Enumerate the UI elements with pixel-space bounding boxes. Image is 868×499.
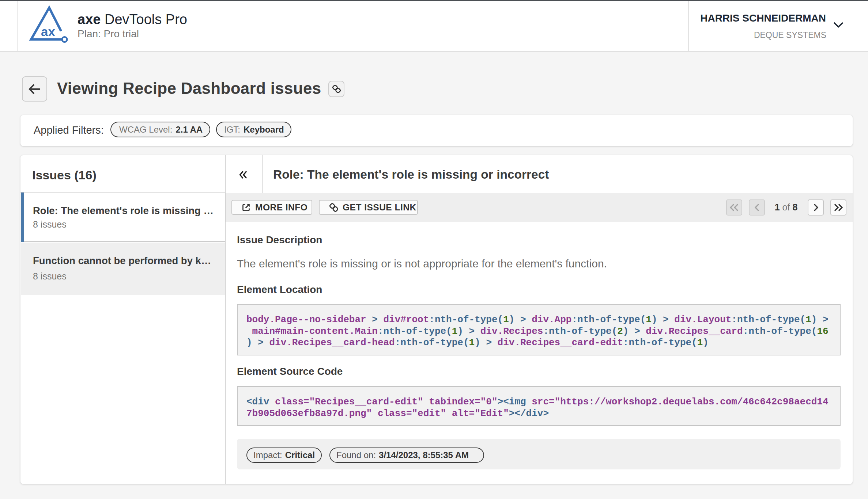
svg-text:ax: ax xyxy=(41,24,55,39)
